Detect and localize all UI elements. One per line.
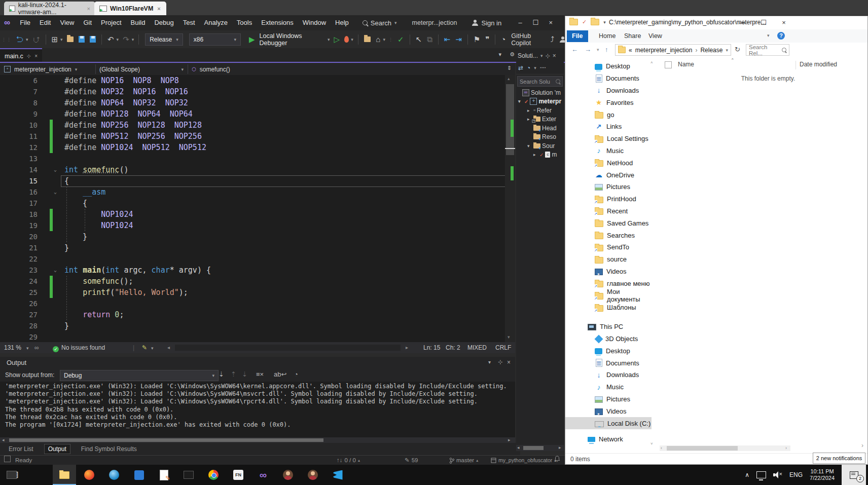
- fold-chevron-icon[interactable]: ⌄: [54, 164, 57, 175]
- menu-item[interactable]: Project: [96, 15, 126, 30]
- document-tab-main-c[interactable]: main.c ⊹ ×: [0, 48, 42, 63]
- scroll-down-icon[interactable]: ˅: [650, 441, 653, 446]
- git-sync-indicator[interactable]: ↑↓ 0 / 0 ▴: [337, 456, 360, 465]
- start-debugging-icon[interactable]: ▶: [249, 35, 255, 44]
- hidden-icons-chevron[interactable]: ∧: [745, 471, 749, 478]
- action-center-button[interactable]: 2: [842, 465, 866, 485]
- tree-chevron-icon[interactable]: ▾: [518, 99, 523, 104]
- hscroll-left-icon[interactable]: ◂: [167, 342, 170, 353]
- firefox-taskbar[interactable]: [78, 465, 101, 485]
- menu-item[interactable]: Debug: [150, 15, 178, 30]
- language-indicator[interactable]: ENG: [789, 471, 803, 478]
- panel-tab[interactable]: Find Symbol Results: [78, 444, 140, 454]
- solution-tree-item[interactable]: ▾ Sour: [516, 141, 564, 151]
- vscode-taskbar[interactable]: [326, 465, 349, 485]
- sidebar-item[interactable]: Documents: [565, 72, 652, 85]
- sidebar-item[interactable]: Local Settings: [565, 133, 652, 145]
- start-without-debugging-icon[interactable]: ▷: [334, 35, 340, 44]
- sidebar-item[interactable]: Desktop: [565, 60, 652, 72]
- scroll-right-icon[interactable]: ▸: [508, 437, 511, 443]
- vm-tab-close-icon[interactable]: ×: [87, 6, 90, 12]
- save-all-icon[interactable]: [90, 36, 96, 43]
- panel-tab[interactable]: Error List: [5, 444, 37, 454]
- sidebar-item[interactable]: SendTo: [565, 241, 652, 253]
- vs-close-button[interactable]: ×: [543, 15, 558, 30]
- name-column-header[interactable]: Name: [678, 61, 694, 68]
- issues-indicator[interactable]: ✓No issues found: [53, 342, 105, 353]
- avatar2-taskbar[interactable]: [301, 465, 324, 485]
- debug-target-label[interactable]: Local Windows Debugger: [260, 32, 326, 47]
- sidebar-item[interactable]: Videos: [565, 266, 652, 278]
- fold-chevron-icon[interactable]: ⌄: [54, 186, 57, 198]
- pending-changes-indicator[interactable]: ✎ 59: [405, 456, 418, 465]
- sidebar-scrollbar[interactable]: ˄ ˅: [650, 60, 657, 449]
- git-branch-indicator[interactable]: master ▴: [449, 456, 478, 465]
- zoom-level-dropdown[interactable]: 131 %: [4, 342, 21, 353]
- sidebar-item[interactable]: go: [565, 108, 652, 121]
- vs-search-button[interactable]: Search▾: [363, 19, 397, 27]
- sidebar-item[interactable]: Documents: [565, 357, 652, 369]
- output-log[interactable]: 'meterpreter_injection.exe' (Win32): Loa…: [0, 382, 515, 438]
- menu-item[interactable]: Window: [298, 15, 331, 30]
- vm-tab-close-icon[interactable]: ×: [157, 6, 160, 12]
- sidebar-item[interactable]: OneDrive: [565, 169, 652, 181]
- explorer-title-bar[interactable]: ✓ ▾ C:\meterpreter_gaming\my_python_obfu…: [565, 16, 867, 29]
- solution-tree-item[interactable]: ▸ Refer: [516, 106, 564, 115]
- scroll-right-icon[interactable]: ›: [785, 445, 787, 451]
- file-list-hscrollbar[interactable]: ‹ ›: [660, 445, 790, 451]
- active-files-dropdown-icon[interactable]: ▾: [499, 51, 502, 58]
- sidebar-item[interactable]: Music: [565, 381, 652, 393]
- profiler-flame-icon[interactable]: [344, 36, 349, 43]
- scroll-up-icon[interactable]: ˄: [650, 60, 653, 65]
- save-icon[interactable]: [79, 36, 85, 43]
- recent-locations-icon[interactable]: ▾: [597, 47, 599, 52]
- home-window-icon[interactable]: ⌂: [376, 35, 380, 44]
- panel-close-icon[interactable]: ×: [553, 52, 556, 59]
- ribbon-tab[interactable]: Home: [594, 30, 621, 42]
- panel-pin-icon[interactable]: ⊹: [546, 53, 550, 59]
- sidebar-item[interactable]: Searches: [565, 229, 652, 241]
- menu-item[interactable]: View: [55, 15, 79, 30]
- project-dropdown[interactable]: + meterpreter_injection▾: [0, 64, 96, 74]
- ribbon-collapse-icon[interactable]: ▾: [767, 33, 770, 38]
- flarevm-fn-taskbar[interactable]: [227, 465, 250, 485]
- clear-all-icon[interactable]: ≡×: [256, 370, 264, 378]
- panel-pin-icon[interactable]: ⊹: [498, 359, 502, 365]
- refresh-icon[interactable]: ↻: [735, 46, 740, 53]
- ribbon-tab[interactable]: View: [643, 30, 667, 42]
- toolbar-drag-handle[interactable]: ⋮⋮: [2, 37, 12, 42]
- explorer-close-button[interactable]: ×: [774, 16, 793, 29]
- sidebar-item[interactable]: Pictures: [565, 393, 652, 405]
- tree-chevron-icon[interactable]: ▸: [533, 152, 538, 157]
- sidebar-item[interactable]: 3D Objects: [565, 333, 652, 345]
- address-dropdown-icon[interactable]: ▾: [726, 48, 728, 53]
- solution-explorer-search[interactable]: Search Solu: [517, 76, 563, 87]
- select-all-checkbox[interactable]: [665, 61, 672, 68]
- scrollbar-thumb[interactable]: [667, 446, 738, 451]
- sidebar-item[interactable]: PrintHood: [565, 193, 652, 205]
- pin-icon[interactable]: ⊹: [27, 53, 31, 59]
- solution-tree-item[interactable]: Solution 'm: [516, 88, 564, 97]
- vmware-vm-tab[interactable]: Win10FlareVM ×: [94, 2, 166, 15]
- solution-platform-dropdown[interactable]: x86▾: [189, 33, 241, 46]
- menu-item[interactable]: File: [15, 15, 35, 30]
- menu-item[interactable]: Tools: [232, 15, 257, 30]
- tree-chevron-icon[interactable]: ▸: [527, 108, 532, 113]
- scope-dropdown[interactable]: (Global Scope)▾: [95, 64, 188, 74]
- scroll-left-icon[interactable]: ◂: [517, 445, 520, 451]
- volume-muted-icon[interactable]: [773, 471, 782, 478]
- explorer-maximize-button[interactable]: ☐: [754, 16, 773, 29]
- scroll-up-icon[interactable]: ▴: [508, 76, 510, 81]
- share-icon[interactable]: ⤴: [551, 35, 555, 44]
- up-icon[interactable]: ↑: [605, 46, 608, 53]
- tree-chevron-icon[interactable]: ▸: [527, 117, 532, 122]
- sidebar-item[interactable]: Desktop: [565, 345, 652, 357]
- column-divider[interactable]: [795, 61, 796, 69]
- code-editor[interactable]: 6 #define NOP16 NOP8 NOP8 7 #define NOP3…: [0, 75, 515, 342]
- sidebar-item[interactable]: Music: [565, 145, 652, 157]
- clock[interactable]: 10:11 PM 7/22/2024: [810, 468, 835, 481]
- output-channel-dropdown[interactable]: Debug▾: [60, 370, 219, 381]
- scroll-right-icon[interactable]: ▸: [559, 445, 561, 451]
- indent-increase-icon[interactable]: ⇥: [455, 35, 462, 44]
- github-copilot-button[interactable]: ◔ GitHub Copilot: [498, 32, 548, 47]
